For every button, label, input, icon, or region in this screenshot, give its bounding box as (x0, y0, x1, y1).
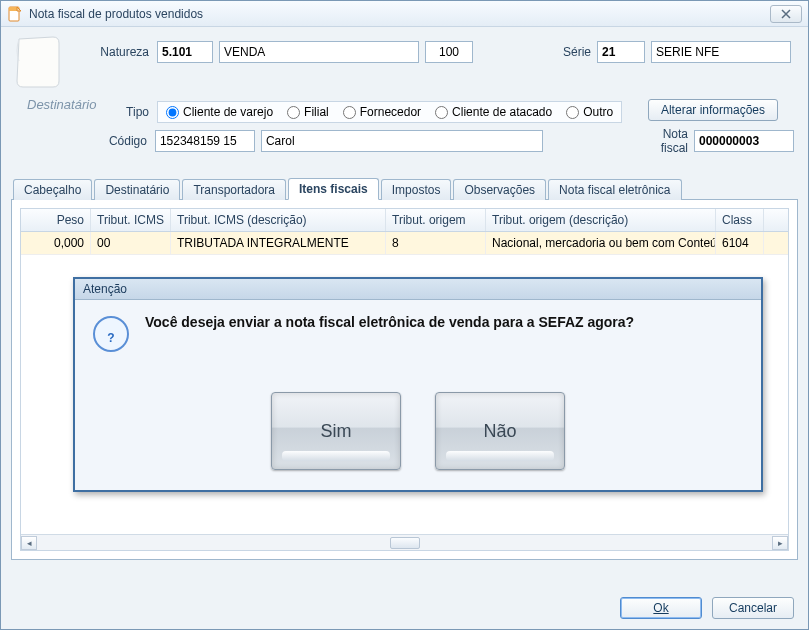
serie-code-input[interactable] (597, 41, 645, 63)
window-title: Nota fiscal de produtos vendidos (29, 7, 770, 21)
scroll-track[interactable] (37, 536, 772, 550)
serie-desc-input[interactable] (651, 41, 791, 63)
scroll-thumb[interactable] (390, 537, 420, 549)
natureza-desc-input[interactable] (219, 41, 419, 63)
tipo-fornecedor[interactable]: Fornecedor (343, 105, 421, 119)
nota-fiscal-input[interactable] (694, 130, 794, 152)
ok-button[interactable]: Ok (620, 597, 702, 619)
natureza-extra-input[interactable] (425, 41, 473, 63)
cell-tribut-icms-desc: TRIBUTADA INTEGRALMENTE (171, 232, 386, 254)
tab-nfe[interactable]: Nota fiscal eletrônica (548, 179, 681, 200)
nota-fiscal-label: Nota fiscal (633, 127, 688, 155)
codigo-nome-input[interactable] (261, 130, 544, 152)
dialog-title: Atenção (75, 279, 761, 300)
tab-observacoes[interactable]: Observações (453, 179, 546, 200)
tipo-filial[interactable]: Filial (287, 105, 329, 119)
scroll-left-arrow[interactable]: ◂ (21, 536, 37, 550)
cell-class: 6104 (716, 232, 764, 254)
col-peso[interactable]: Peso (21, 209, 91, 231)
svg-text:?: ? (107, 331, 114, 345)
document-icon (7, 6, 23, 22)
cancel-button[interactable]: Cancelar (712, 597, 794, 619)
tipo-radio-group: Cliente de varejo Filial Fornecedor Clie… (157, 101, 622, 123)
tab-itens-fiscais[interactable]: Itens fiscais (288, 178, 379, 200)
confirm-dialog: Atenção ? Você deseja enviar a nota fisc… (73, 277, 763, 492)
tipo-cliente-atacado[interactable]: Cliente de atacado (435, 105, 552, 119)
tab-cabecalho[interactable]: Cabeçalho (13, 179, 92, 200)
destinatario-label: Destinatário (27, 97, 96, 112)
grid-header: Peso Tribut. ICMS Tribut. ICMS (descriçã… (21, 209, 788, 232)
col-class[interactable]: Class (716, 209, 764, 231)
tab-transportadora[interactable]: Transportadora (182, 179, 286, 200)
dialog-no-button[interactable]: Não (435, 392, 565, 470)
scroll-right-arrow[interactable]: ▸ (772, 536, 788, 550)
col-tribut-icms-desc[interactable]: Tribut. ICMS (descrição) (171, 209, 386, 231)
dialog-yes-button[interactable]: Sim (271, 392, 401, 470)
col-tribut-origem[interactable]: Tribut. origem (386, 209, 486, 231)
note-icon (9, 33, 65, 89)
codigo-label: Código (71, 134, 147, 148)
table-row[interactable]: 0,000 00 TRIBUTADA INTEGRALMENTE 8 Nacio… (21, 232, 788, 255)
dialog-message: Você deseja enviar a nota fiscal eletrôn… (145, 314, 634, 330)
alterar-informacoes-button[interactable]: Alterar informações (648, 99, 778, 121)
cell-tribut-icms: 00 (91, 232, 171, 254)
tipo-outro[interactable]: Outro (566, 105, 613, 119)
cell-tribut-origem-desc: Nacional, mercadoria ou bem com Conteúdo… (486, 232, 716, 254)
cell-tribut-origem: 8 (386, 232, 486, 254)
cell-peso: 0,000 (21, 232, 91, 254)
natureza-label: Natureza (71, 45, 149, 59)
question-icon: ? (91, 314, 131, 354)
tab-destinatario[interactable]: Destinatário (94, 179, 180, 200)
col-tribut-icms[interactable]: Tribut. ICMS (91, 209, 171, 231)
horizontal-scrollbar[interactable]: ◂ ▸ (21, 534, 788, 550)
col-tribut-origem-desc[interactable]: Tribut. origem (descrição) (486, 209, 716, 231)
natureza-code-input[interactable] (157, 41, 213, 63)
tabs: Cabeçalho Destinatário Transportadora It… (11, 177, 798, 200)
serie-label: Série (563, 45, 591, 59)
window-close-button[interactable] (770, 5, 802, 23)
tab-impostos[interactable]: Impostos (381, 179, 452, 200)
title-bar: Nota fiscal de produtos vendidos (1, 1, 808, 27)
close-icon (780, 9, 792, 19)
tipo-cliente-varejo[interactable]: Cliente de varejo (166, 105, 273, 119)
codigo-input[interactable] (155, 130, 255, 152)
